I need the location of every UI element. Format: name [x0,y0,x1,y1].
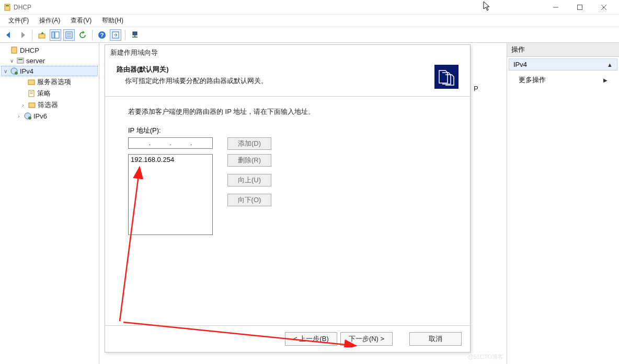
window-title: DHCP [14,4,31,11]
svg-rect-8 [55,32,59,38]
forward-button[interactable] [17,29,28,41]
svg-rect-21 [18,59,22,60]
titlebar: DHCP [0,0,619,15]
ip-address-label: IP 地址(P): [128,126,447,135]
tree-label: IPv6 [33,112,47,120]
svg-rect-24 [28,80,35,85]
toolbar-separator [32,30,32,40]
actions-group-ipv4[interactable]: IPv4 ▲ [509,58,617,71]
dhcp-icon [10,46,18,54]
down-button[interactable]: 向下(O) [227,194,271,206]
svg-rect-6 [39,34,45,38]
minimize-button[interactable] [544,0,568,15]
list-item[interactable]: 192.168.0.254 [131,156,210,163]
filter-icon [28,101,36,109]
maximize-button[interactable] [568,0,592,15]
watermark: @51CTO博客 [468,353,503,361]
tree-label: server [26,57,45,65]
svg-rect-28 [29,103,35,108]
network-button[interactable] [129,29,141,41]
tree-server[interactable]: ∨ server [1,55,98,66]
svg-rect-16 [133,32,137,35]
actions-group-label: IPv4 [513,61,527,68]
help-button[interactable]: ? [96,29,108,41]
tree-label: 筛选器 [38,100,58,110]
wizard-body-text: 若要添加客户端使用的路由器的 IP 地址，请在下面输入地址。 [128,107,447,116]
server-icon [16,56,25,65]
svg-text:?: ? [100,32,104,38]
expand-icon[interactable]: › [20,102,26,108]
cancel-button[interactable]: 取消 [409,332,462,346]
ipv6-icon [24,112,32,120]
app-icon [3,3,12,11]
stray-letter: P [474,85,478,92]
center-pane: P 新建作用域向导 路由器(默认网关) 你可指定此作用域要分配的路由器或默认网关… [99,43,507,364]
up-button[interactable] [36,29,48,41]
svg-rect-0 [5,4,10,10]
svg-point-23 [15,72,18,75]
expand-icon[interactable]: ∨ [2,68,8,74]
svg-rect-7 [52,32,54,38]
ipv4-icon [10,67,18,75]
expand-icon[interactable]: ∨ [8,58,15,64]
svg-rect-19 [12,47,17,53]
wizard-dialog: 新建作用域向导 路由器(默认网关) 你可指定此作用域要分配的路由器或默认网关。 … [105,44,471,353]
tree-label: 策略 [37,89,51,98]
tree-label: DHCP [20,46,39,54]
wizard-body: 若要添加客户端使用的路由器的 IP 地址，请在下面输入地址。 IP 地址(P):… [105,97,470,325]
tree-filters[interactable]: › 筛选器 [1,99,98,111]
wizard-footer: < 上一步(B) 下一步(N) > 取消 [105,325,470,352]
tree-ipv4[interactable]: ∨ IPv4 [1,66,98,76]
properties-button[interactable] [63,29,75,41]
toolbar: ? [0,27,619,43]
svg-rect-20 [17,58,24,63]
show-hide-tree-button[interactable] [50,29,61,41]
wizard-header-title: 路由器(默认网关) [117,65,430,74]
menu-action[interactable]: 操作(A) [34,15,65,27]
ip-address-input[interactable]: ... [128,137,213,149]
back-button[interactable] [3,29,15,41]
menu-file[interactable]: 文件(F) [3,15,34,27]
remove-button[interactable]: 删除(R) [227,154,271,167]
wizard-header: 路由器(默认网关) 你可指定此作用域要分配的路由器或默认网关。 [105,61,470,97]
svg-rect-1 [6,5,9,6]
tree-ipv6[interactable]: › IPv6 [1,111,98,121]
back-button[interactable]: < 上一步(B) [285,332,337,346]
wizard-icon [434,65,458,89]
next-button[interactable]: 下一步(N) > [340,332,393,346]
up-button[interactable]: 向上(U) [227,174,271,186]
svg-point-30 [28,116,31,120]
tree-label: 服务器选项 [37,77,71,87]
tree-label: IPv4 [20,67,33,75]
wizard-window-title: 新建作用域向导 [105,45,470,61]
toolbar-separator [92,30,93,40]
actions-header: 操作 [507,43,619,57]
svg-rect-3 [578,5,582,9]
export-button[interactable] [110,29,121,41]
actions-pane: 操作 IPv4 ▲ 更多操作 ▶ [507,43,619,364]
tree-server-options[interactable]: 服务器选项 [1,76,98,88]
actions-more[interactable]: 更多操作 ▶ [507,72,619,88]
tree-pane: DHCP ∨ server ∨ IPv4 服务器选项 策略 › 筛选器 › [0,43,99,364]
menu-help[interactable]: 帮助(H) [97,15,129,27]
tree-root-dhcp[interactable]: DHCP [1,45,98,55]
toolbar-separator [125,30,125,40]
expand-icon[interactable]: › [16,113,22,119]
options-icon [27,78,36,86]
policy-icon [27,89,36,98]
close-button[interactable] [592,0,616,15]
main-area: DHCP ∨ server ∨ IPv4 服务器选项 策略 › 筛选器 › [0,43,619,364]
ip-address-list[interactable]: 192.168.0.254 [128,154,213,235]
menu-view[interactable]: 查看(V) [65,15,97,27]
refresh-button[interactable] [77,29,88,41]
menubar: 文件(F) 操作(A) 查看(V) 帮助(H) [0,15,619,27]
collapse-icon: ▲ [607,62,613,68]
add-button[interactable]: 添加(D) [227,137,271,150]
actions-more-label: 更多操作 [519,75,546,85]
window-controls [544,0,616,15]
submenu-icon: ▶ [603,77,607,83]
wizard-header-desc: 你可指定此作用域要分配的路由器或默认网关。 [117,74,430,86]
tree-policies[interactable]: 策略 [1,88,98,99]
